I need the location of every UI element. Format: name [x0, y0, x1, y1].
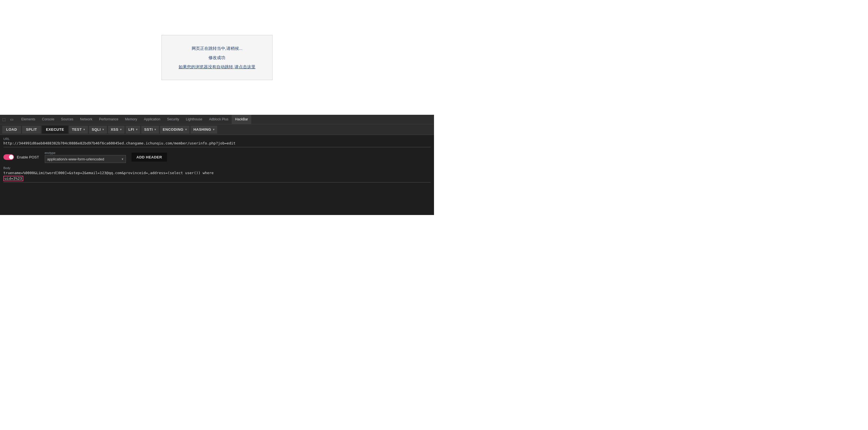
- body-label: Body: [3, 166, 431, 170]
- lfi-dropdown-arrow: ▾: [136, 128, 138, 131]
- xss-button[interactable]: XSS ▾: [108, 126, 125, 133]
- url-label: URL: [3, 137, 431, 141]
- enctype-section: enctype application/x-www-form-urlencode…: [45, 151, 126, 163]
- page-content: 网页正在跳转当中,请稍候... 修改成功 如果您的浏览器没有自动跳转,请点击这里: [0, 0, 434, 115]
- redirect-line2: 修改成功: [179, 53, 255, 62]
- tab-hackbar[interactable]: HackBar: [232, 115, 251, 124]
- encoding-button[interactable]: ENCODING ▾: [160, 126, 190, 133]
- ssti-button[interactable]: SSTI ▾: [141, 126, 159, 133]
- enctype-dropdown-arrow: ▾: [122, 157, 123, 161]
- encoding-dropdown-arrow: ▾: [185, 128, 187, 131]
- body-content[interactable]: truename=%0000&Limitword[000]=&step=2&em…: [3, 170, 431, 183]
- hashing-button[interactable]: HASHING ▾: [191, 126, 217, 133]
- uid-highlight: uid=3%23: [3, 176, 23, 181]
- ssti-dropdown-arrow: ▾: [154, 128, 156, 131]
- test-button[interactable]: TEST ▾: [69, 126, 88, 133]
- body-line2: uid=3%23: [3, 176, 431, 181]
- enctype-dropdown[interactable]: application/x-www-form-urlencoded ▾: [45, 155, 126, 163]
- tab-application[interactable]: Application: [141, 115, 164, 124]
- tab-sources[interactable]: Sources: [58, 115, 77, 124]
- url-section: URL http://344991d0aeb8488382b704c0886e8…: [0, 135, 434, 149]
- inspect-icon[interactable]: ⬚: [1, 117, 7, 122]
- xss-dropdown-arrow: ▾: [120, 128, 122, 131]
- load-button[interactable]: LOAD: [2, 126, 21, 133]
- add-header-button[interactable]: ADD HEADER: [131, 153, 167, 161]
- tab-lighthouse[interactable]: Lighthouse: [182, 115, 206, 124]
- body-section: Body truename=%0000&Limitword[000]=&step…: [0, 164, 434, 184]
- sqli-dropdown-arrow: ▾: [102, 128, 104, 131]
- tab-elements[interactable]: Elements: [18, 115, 39, 124]
- devtools-panel: ⬚ ▭ Elements Console Sources Network Per…: [0, 115, 434, 215]
- post-section: Enable POST enctype application/x-www-fo…: [0, 149, 434, 164]
- enctype-label: enctype: [45, 151, 126, 155]
- devtools-icon-group: ⬚ ▭: [1, 117, 14, 122]
- device-icon[interactable]: ▭: [9, 117, 14, 122]
- redirect-box: 网页正在跳转当中,请稍候... 修改成功 如果您的浏览器没有自动跳转,请点击这里: [161, 35, 272, 80]
- enable-post-toggle-container: Enable POST: [3, 154, 39, 160]
- url-value[interactable]: http://344991d0aeb8488382b704c0886e82bd9…: [3, 141, 431, 147]
- hackbar-toolbar: LOAD SPLIT EXECUTE TEST ▾ SQLI ▾ XSS ▾ L…: [0, 124, 434, 135]
- execute-button[interactable]: EXECUTE: [42, 126, 68, 133]
- tab-network[interactable]: Network: [77, 115, 96, 124]
- lfi-button[interactable]: LFI ▾: [126, 126, 141, 133]
- body-line1: truename=%0000&Limitword[000]=&step=2&em…: [3, 170, 431, 176]
- enctype-value: application/x-www-form-urlencoded: [47, 157, 104, 161]
- enable-post-label: Enable POST: [17, 155, 39, 159]
- sqli-button[interactable]: SQLI ▾: [89, 126, 107, 133]
- split-button[interactable]: SPLIT: [22, 126, 41, 133]
- devtools-tabbar: ⬚ ▭ Elements Console Sources Network Per…: [0, 115, 434, 124]
- test-dropdown-arrow: ▾: [83, 128, 85, 131]
- tab-performance[interactable]: Performance: [96, 115, 122, 124]
- tab-security[interactable]: Security: [164, 115, 182, 124]
- tab-adblock[interactable]: Adblock Plus: [206, 115, 232, 124]
- tab-memory[interactable]: Memory: [122, 115, 141, 124]
- tab-console[interactable]: Console: [39, 115, 58, 124]
- hashing-dropdown-arrow: ▾: [213, 128, 215, 131]
- redirect-line1: 网页正在跳转当中,请稍候...: [179, 44, 255, 53]
- enable-post-toggle[interactable]: [3, 154, 14, 160]
- toggle-thumb: [9, 155, 13, 159]
- redirect-line3[interactable]: 如果您的浏览器没有自动跳转,请点击这里: [179, 62, 255, 71]
